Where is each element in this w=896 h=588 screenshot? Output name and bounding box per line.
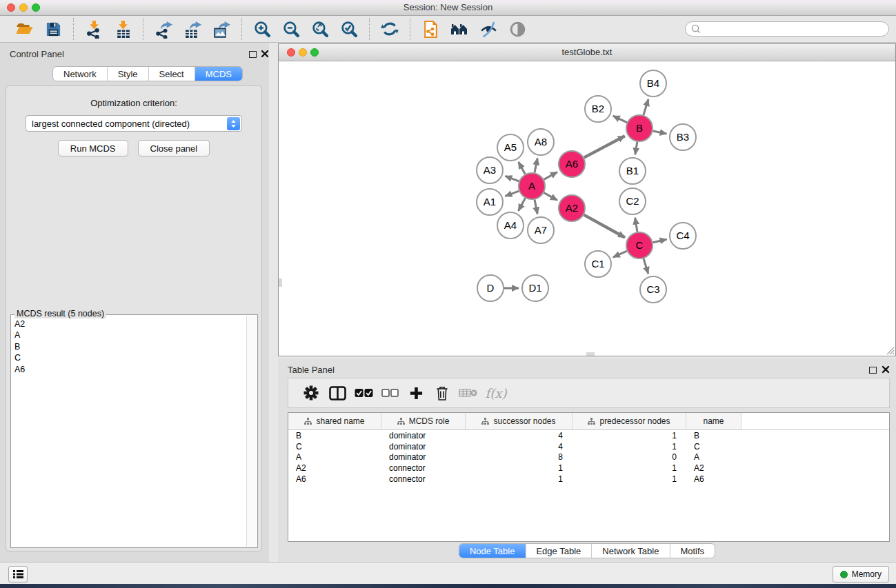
table-cell[interactable]: B (686, 431, 741, 440)
network-edge[interactable] (653, 131, 667, 134)
table-row[interactable]: A2connector11A2 (288, 463, 889, 474)
table-cell[interactable]: connector (381, 463, 466, 473)
save-session-button[interactable] (41, 17, 66, 41)
list-item[interactable]: B (14, 341, 246, 352)
table-cell[interactable]: dominator (381, 431, 466, 440)
float-panel-button[interactable] (249, 51, 257, 58)
network-edge[interactable] (635, 142, 637, 155)
float-table-panel-button[interactable] (869, 367, 877, 374)
network-from-selection-button[interactable] (418, 17, 443, 41)
table-cell[interactable]: 1 (466, 474, 573, 484)
zoom-out-button[interactable] (279, 17, 303, 41)
run-mcds-button[interactable]: Run MCDS (58, 140, 128, 156)
panel-menu-button[interactable] (8, 566, 28, 582)
criterion-select[interactable]: largest connected component (directed) (26, 115, 242, 132)
node-B4[interactable]: B4 (640, 70, 666, 97)
network-edge[interactable] (535, 159, 537, 173)
network-edge[interactable] (544, 193, 557, 201)
resize-handle[interactable] (884, 345, 895, 355)
table-cell[interactable]: C (288, 442, 381, 452)
column-header-name[interactable]: name (686, 413, 741, 429)
import-network-button[interactable] (81, 17, 106, 41)
table-cell[interactable]: C (686, 442, 741, 452)
list-item[interactable]: C (14, 352, 246, 363)
column-header-predecessor-nodes[interactable]: predecessor nodes (573, 413, 686, 429)
add-column-button[interactable] (403, 380, 429, 406)
close-panel-icon[interactable] (261, 50, 269, 58)
table-cell[interactable]: 4 (466, 442, 573, 452)
network-edge[interactable] (613, 116, 627, 122)
list-item[interactable]: A2 (14, 318, 246, 330)
network-edge[interactable] (505, 191, 519, 196)
network-edge[interactable] (644, 99, 648, 115)
node-C3[interactable]: C3 (640, 276, 666, 303)
table-cell[interactable]: connector (381, 474, 466, 484)
table-cell[interactable]: A2 (288, 463, 381, 473)
tab-mcds[interactable]: MCDS (195, 67, 242, 81)
network-edge[interactable] (535, 200, 537, 214)
deselect-all-button[interactable] (377, 380, 403, 406)
first-neighbors-button[interactable] (447, 17, 472, 41)
table-cell[interactable]: 1 (573, 474, 686, 484)
node-D[interactable]: D (477, 275, 504, 301)
table-row[interactable]: Bdominator41B (288, 430, 889, 441)
table-row[interactable]: Cdominator41C (288, 441, 889, 452)
tab-network[interactable]: Network (53, 67, 108, 81)
refresh-layout-button[interactable] (377, 17, 402, 41)
table-cell[interactable]: 0 (573, 452, 686, 462)
node-A2[interactable]: A2 (559, 195, 585, 221)
network-edge[interactable] (644, 258, 648, 274)
function-builder-button[interactable]: f(x) (481, 380, 508, 406)
search-input[interactable] (704, 23, 888, 35)
tab-network-table[interactable]: Network Table (592, 544, 670, 558)
tab-select[interactable]: Select (149, 67, 195, 81)
import-table-button[interactable] (110, 17, 135, 41)
table-cell[interactable]: A (288, 452, 381, 462)
table-cell[interactable]: B (288, 431, 381, 440)
node-A3[interactable]: A3 (477, 157, 503, 183)
network-edge[interactable] (653, 239, 667, 242)
delete-column-button[interactable] (429, 380, 455, 406)
network-edge[interactable] (584, 136, 625, 157)
table-cell[interactable]: A6 (288, 474, 381, 484)
tab-style[interactable]: Style (108, 67, 149, 81)
table-cell[interactable]: 1 (573, 431, 686, 440)
network-edge[interactable] (635, 218, 637, 232)
network-edge[interactable] (519, 162, 526, 174)
table-cell[interactable]: 1 (466, 463, 573, 473)
show-all-button[interactable] (505, 17, 530, 41)
node-D1[interactable]: D1 (522, 275, 548, 301)
table-settings-button[interactable] (298, 380, 324, 406)
tab-node-table[interactable]: Node Table (459, 544, 526, 558)
hide-selected-button[interactable] (476, 17, 501, 41)
list-item[interactable]: A6 (14, 364, 246, 375)
result-scrollbar[interactable] (246, 316, 257, 547)
table-cell[interactable]: 8 (466, 452, 573, 462)
column-header-MCDS-role[interactable]: MCDS role (381, 413, 466, 429)
delete-table-button[interactable] (455, 380, 481, 406)
node-A5[interactable]: A5 (497, 134, 524, 161)
table-cell[interactable]: A2 (686, 463, 741, 473)
table-cell[interactable]: 4 (466, 431, 573, 440)
table-row[interactable]: A6connector11A6 (288, 474, 889, 485)
tab-motifs[interactable]: Motifs (670, 544, 715, 558)
search-box[interactable] (685, 21, 889, 37)
node-B1[interactable]: B1 (619, 158, 646, 184)
network-edge[interactable] (544, 172, 557, 180)
list-item[interactable]: A (14, 330, 246, 341)
network-edge[interactable] (505, 176, 519, 181)
node-A6[interactable]: A6 (559, 151, 585, 177)
table-row[interactable]: Adominator80A (288, 452, 889, 463)
close-table-panel-icon[interactable] (882, 365, 890, 374)
node-A[interactable]: A (519, 173, 545, 199)
node-A1[interactable]: A1 (477, 189, 503, 215)
table-cell[interactable]: 1 (573, 442, 686, 452)
zoom-in-button[interactable] (250, 17, 275, 41)
zoom-fit-button[interactable] (308, 17, 332, 41)
table-cell[interactable]: A (686, 452, 741, 462)
table-cell[interactable]: dominator (381, 442, 466, 452)
node-A4[interactable]: A4 (497, 212, 524, 239)
select-all-button[interactable] (350, 380, 377, 406)
node-B[interactable]: B (626, 115, 653, 141)
table-cell[interactable]: 1 (573, 463, 686, 473)
